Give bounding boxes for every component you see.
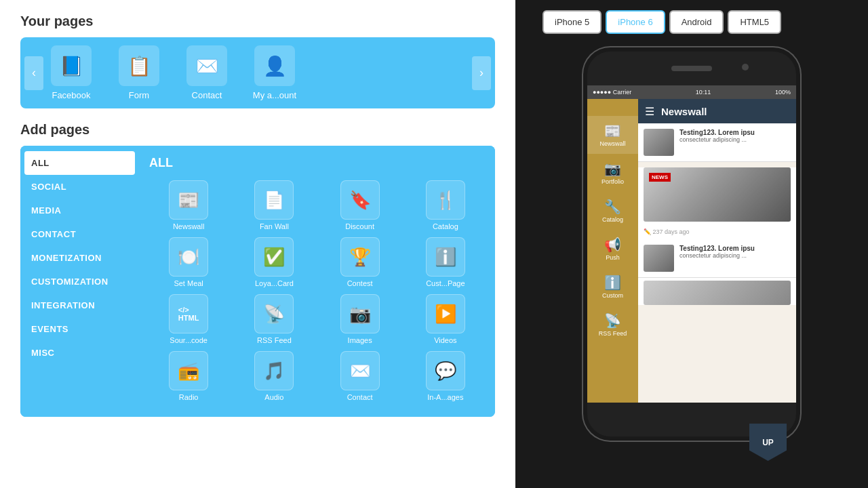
app-label-loyalty_card: Loya...Card [255, 279, 294, 287]
app-contest[interactable]: 🏆 Contest [321, 237, 399, 287]
carousel-arrow-left[interactable]: ‹ [24, 56, 43, 90]
app-icon-radio: 📻 [169, 351, 208, 390]
app-label-rss_feed: RSS Feed [257, 336, 292, 344]
app-radio[interactable]: 📻 Radio [149, 351, 228, 401]
app-icon-videos: ▶️ [426, 294, 465, 333]
app-discount[interactable]: 🔖 Discount [321, 180, 399, 230]
app-icon-discount: 🔖 [340, 180, 380, 220]
sidebar-nav-newswall[interactable]: 📰 Newswall [587, 116, 638, 154]
carousel-page-facebook[interactable]: 📘 Facebook [47, 45, 95, 100]
category-customization[interactable]: CUSTOMIZATION [20, 270, 139, 293]
sidebar-nav-custom[interactable]: ℹ️ Custom [587, 268, 638, 306]
category-integration[interactable]: INTEGRATION [20, 293, 139, 317]
app-label-in_app_pages: In-A...ages [427, 393, 463, 401]
app-icon-set_meal: 🍽️ [169, 237, 208, 277]
statusbar-signal: ●●●●● Carrier [593, 89, 631, 96]
app-label-source_code: Sour...code [170, 336, 208, 344]
hamburger-icon[interactable]: ☰ [645, 105, 654, 118]
app-images[interactable]: 📷 Images [321, 294, 399, 344]
app-icon-source_code: </>HTML [169, 294, 208, 333]
app-source_code[interactable]: </>HTML Sour...code [149, 294, 228, 344]
sidebar-nav-rss_feed[interactable]: 📡 RSS Feed [587, 306, 638, 344]
news-feed: Testing123. Lorem ipsu consectetur adipi… [638, 123, 796, 305]
category-monetization[interactable]: MONETIZATION [20, 246, 139, 270]
app-label-videos: Videos [434, 336, 456, 344]
iphone-speaker [671, 66, 712, 71]
category-all[interactable]: ALL [24, 151, 135, 175]
news-body-3: consectetur adipiscing ... [679, 252, 791, 259]
news-body-1: consectetur adipiscing ... [679, 136, 791, 143]
app-set_meal[interactable]: 🍽️ Set Meal [149, 237, 228, 287]
up-badge[interactable]: UP [749, 424, 787, 461]
screen-statusbar: ●●●●● Carrier 10:11 100% [587, 85, 796, 99]
app-icon-contest: 🏆 [340, 237, 380, 277]
apps-grid-container: ALL 📰 Newswall 📄 Fan Wall 🔖 Discount 🍴 C… [139, 146, 495, 417]
screen-wrapper: ●●●●● Carrier 10:11 100% 📰 Newswall 📷 Po… [587, 85, 796, 403]
device-btn-html5[interactable]: HTML5 [728, 10, 781, 34]
news-timestamp: ✏️ 237 days ago [638, 227, 796, 237]
device-btn-iphone5[interactable]: iPhone 5 [542, 10, 601, 34]
left-panel: Your pages ‹ 📘 Facebook 📋 Form ✉️ Contac… [0, 0, 515, 488]
app-icon-newswall: 📰 [169, 180, 208, 220]
carousel-page-form[interactable]: 📋 Form [115, 45, 163, 100]
sidebar-nav-icon-catalog: 🔧 [604, 199, 621, 215]
iphone-mockup: ●●●●● Carrier 10:11 100% 📰 Newswall 📷 Po… [583, 47, 800, 441]
carousel-arrow-right[interactable]: › [472, 56, 491, 90]
carousel-label-facebook: Facebook [52, 90, 90, 100]
sidebar-nav-icon-push: 📢 [604, 237, 621, 253]
app-icon-audio: 🎵 [254, 351, 294, 390]
category-media[interactable]: MEDIA [20, 199, 139, 222]
category-events[interactable]: EVENTS [20, 317, 139, 341]
sidebar-nav-label-newswall: Newswall [599, 140, 625, 147]
category-social[interactable]: SOCIAL [20, 175, 139, 199]
sidebar-nav-label-portfolio: Portfolio [601, 178, 624, 185]
sidebar-nav-portfolio[interactable]: 📷 Portfolio [587, 154, 638, 192]
category-misc[interactable]: MISC [20, 341, 139, 365]
app-contact2[interactable]: ✉️ Contact [321, 351, 399, 401]
app-audio[interactable]: 🎵 Audio [235, 351, 313, 401]
app-label-radio: Radio [179, 393, 199, 401]
iphone-top [587, 52, 796, 85]
right-panel: iPhone 5iPhone 6AndroidHTML5 ●●●●● Carri… [515, 0, 868, 488]
news-thumb-3 [644, 245, 674, 272]
app-fan_wall[interactable]: 📄 Fan Wall [235, 180, 313, 230]
news-text-3: Testing123. Lorem ipsu consectetur adipi… [679, 245, 791, 272]
news-item-3: Testing123. Lorem ipsu consectetur adipi… [638, 239, 796, 278]
sidebar-nav-catalog[interactable]: 🔧 Catalog [587, 192, 638, 230]
sidebar-nav-icon-newswall: 📰 [604, 123, 621, 139]
app-icon-images: 📷 [340, 294, 380, 333]
carousel-icon-contact: ✉️ [186, 45, 227, 86]
carousel-page-my_account[interactable]: 👤 My a...ount [251, 45, 298, 100]
app-custom_page[interactable]: ℹ️ Cust...Page [406, 237, 485, 287]
news-bottom-thumb [638, 278, 796, 305]
app-catalog[interactable]: 🍴 Catalog [406, 180, 485, 230]
carousel-icon-form: 📋 [119, 45, 159, 86]
apps-grid: 📰 Newswall 📄 Fan Wall 🔖 Discount 🍴 Catal… [149, 180, 485, 401]
iphone-screen: ●●●●● Carrier 10:11 100% 📰 Newswall 📷 Po… [587, 85, 796, 403]
app-videos[interactable]: ▶️ Videos [406, 294, 485, 344]
sidebar-nav-icon-custom: ℹ️ [604, 274, 621, 291]
sidebar-nav-label-push: Push [606, 254, 620, 261]
carousel-icon-my_account: 👤 [254, 45, 295, 86]
app-newswall[interactable]: 📰 Newswall [149, 180, 228, 230]
sidebar-nav-label-custom: Custom [602, 292, 623, 299]
carousel-page-contact[interactable]: ✉️ Contact [183, 45, 231, 100]
add-pages-section: ALLSOCIALMEDIACONTACTMONETIZATIONCUSTOMI… [20, 146, 495, 417]
app-label-contest: Contest [347, 279, 373, 287]
app-rss_feed[interactable]: 📡 RSS Feed [235, 294, 313, 344]
device-btn-iphone6[interactable]: iPhone 6 [606, 10, 665, 34]
news-author-3: Testing123. Lorem ipsu [679, 245, 791, 252]
sidebar-nav-icon-portfolio: 📷 [604, 161, 621, 177]
news-author-1: Testing123. Lorem ipsu [679, 129, 791, 136]
app-icon-loyalty_card: ✅ [254, 237, 294, 277]
app-loyalty_card[interactable]: ✅ Loya...Card [235, 237, 313, 287]
device-btn-android[interactable]: Android [669, 10, 724, 34]
app-sidebar: 📰 Newswall 📷 Portfolio 🔧 Catalog 📢 Push … [587, 99, 638, 403]
app-label-set_meal: Set Meal [174, 279, 203, 287]
news-thumb-img-1 [644, 129, 674, 156]
category-contact[interactable]: CONTACT [20, 222, 139, 246]
sidebar-nav-push[interactable]: 📢 Push [587, 230, 638, 268]
app-in_app_pages[interactable]: 💬 In-A...ages [406, 351, 485, 401]
news-text-1: Testing123. Lorem ipsu consectetur adipi… [679, 129, 791, 156]
app-icon-fan_wall: 📄 [254, 180, 294, 220]
